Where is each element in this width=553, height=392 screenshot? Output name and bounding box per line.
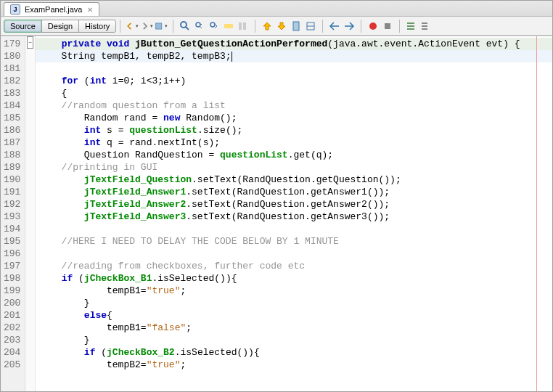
right-margin-line <box>536 36 537 391</box>
tool-button-12[interactable] <box>303 19 318 33</box>
fold-cell <box>25 147 35 160</box>
nav-forward-button[interactable]: ▾ <box>139 19 154 33</box>
tool-button-3[interactable]: ▾ <box>154 19 168 33</box>
line-number: 181 <box>1 62 25 75</box>
line-number: 196 <box>1 248 25 260</box>
code-line: int q = rand.nextInt(s); <box>36 136 552 149</box>
toolbar-separator <box>322 20 323 33</box>
line-number: 190 <box>1 173 25 186</box>
code-content[interactable]: private void jButton_GetQuestionActionPe… <box>36 36 552 391</box>
prev-bookmark-button[interactable] <box>260 19 274 33</box>
fold-cell <box>25 234 35 246</box>
view-history-button[interactable]: History <box>78 20 116 33</box>
code-line <box>36 223 552 235</box>
line-number: 182 <box>1 75 25 87</box>
fold-cell <box>25 172 35 184</box>
comment-button[interactable] <box>404 19 419 33</box>
code-line: } <box>36 334 552 346</box>
editor-toolbar: Source Design History ▾ ▾ ▾ <box>1 17 552 36</box>
line-number-gutter: 1791801811821831841851861871881891901911… <box>1 36 25 391</box>
find-selection-button[interactable] <box>178 19 192 33</box>
fold-cell <box>25 61 35 73</box>
svg-point-1 <box>181 22 187 28</box>
line-number: 200 <box>1 297 25 309</box>
line-number: 201 <box>1 309 25 322</box>
fold-cell <box>25 320 35 332</box>
fold-cell <box>25 49 35 61</box>
svg-point-4 <box>210 23 215 27</box>
code-line: for (int i=0; i<3;i++) <box>36 75 552 87</box>
line-number: 180 <box>1 50 25 62</box>
svg-rect-0 <box>156 23 162 28</box>
nav-back-button[interactable]: ▾ <box>125 19 139 33</box>
code-line: Random rand = new Random(); <box>36 112 552 124</box>
view-source-button[interactable]: Source <box>4 20 42 33</box>
close-tab-icon[interactable]: ✕ <box>87 6 93 14</box>
line-number: 195 <box>1 235 25 248</box>
code-line: tempB1="false"; <box>36 322 552 334</box>
next-bookmark-button[interactable] <box>274 19 289 33</box>
view-design-button[interactable]: Design <box>41 20 79 33</box>
code-line: } <box>36 297 552 309</box>
uncomment-button[interactable] <box>419 19 433 33</box>
fold-cell <box>25 184 35 197</box>
line-number: 199 <box>1 285 25 297</box>
toggle-bookmark-button[interactable] <box>289 19 303 33</box>
fold-cell <box>25 197 35 209</box>
fold-cell <box>25 160 35 172</box>
ide-window: J ExamPanel.java ✕ Source Design History… <box>0 0 553 392</box>
svg-rect-6 <box>239 23 242 30</box>
stop-macro-button[interactable] <box>380 19 395 33</box>
toolbar-separator <box>120 20 120 33</box>
code-line: tempB1="true"; <box>36 285 552 297</box>
fold-cell <box>25 308 35 320</box>
code-line: //reading from checkboxes, further code … <box>36 260 552 272</box>
fold-cell <box>25 110 35 123</box>
find-prev-button[interactable] <box>192 19 207 33</box>
fold-cell <box>25 221 35 234</box>
file-tab-strip: J ExamPanel.java ✕ <box>1 1 552 17</box>
code-line: //random question from a list <box>36 99 552 112</box>
shift-right-button[interactable] <box>342 19 356 33</box>
line-number: 194 <box>1 223 25 235</box>
line-number: 179 <box>1 38 25 50</box>
code-editor[interactable]: 1791801811821831841851861871881891901911… <box>1 36 552 391</box>
line-number: 203 <box>1 334 25 346</box>
shift-left-button[interactable] <box>327 19 342 33</box>
code-line: //printing in GUI <box>36 161 552 173</box>
code-line: Question RandQuestion = questionList.get… <box>36 149 552 161</box>
line-number: 193 <box>1 211 25 223</box>
fold-cell <box>25 246 35 258</box>
start-macro-button[interactable] <box>366 19 380 33</box>
code-line: jTextField_Answer3.setText(RandQuestion.… <box>36 211 552 223</box>
line-number: 186 <box>1 124 25 136</box>
code-line: tempB2="true"; <box>36 359 552 371</box>
fold-cell <box>25 283 35 295</box>
line-number: 184 <box>1 99 25 112</box>
line-number: 188 <box>1 149 25 161</box>
fold-cell <box>25 332 35 345</box>
line-number: 192 <box>1 198 25 211</box>
fold-cell <box>25 86 35 98</box>
line-number: 185 <box>1 112 25 124</box>
code-line: if (jCheckBox_B1.isSelected()){ <box>36 272 552 285</box>
tool-button-8[interactable] <box>236 19 250 33</box>
file-tab-label: ExamPanel.java <box>25 5 83 14</box>
find-next-button[interactable] <box>207 19 221 33</box>
toggle-highlight-button[interactable] <box>221 19 236 33</box>
code-line: //HERE I NEED TO DELAY THE CODE BELOW BY… <box>36 235 552 248</box>
file-tab-exampanel[interactable]: J ExamPanel.java ✕ <box>4 2 99 16</box>
toolbar-separator <box>255 20 255 33</box>
svg-rect-7 <box>243 23 246 30</box>
line-number: 204 <box>1 346 25 359</box>
code-line: private void jButton_GetQuestionActionPe… <box>36 38 552 50</box>
fold-cell <box>25 123 35 135</box>
fold-column: − <box>25 36 36 391</box>
fold-cell <box>25 271 35 283</box>
svg-line-2 <box>186 27 189 30</box>
fold-toggle-icon[interactable]: − <box>27 36 33 49</box>
code-line: else{ <box>36 309 552 322</box>
code-line: jTextField_Answer2.setText(RandQuestion.… <box>36 198 552 211</box>
svg-rect-12 <box>385 23 390 29</box>
fold-cell <box>25 258 35 271</box>
